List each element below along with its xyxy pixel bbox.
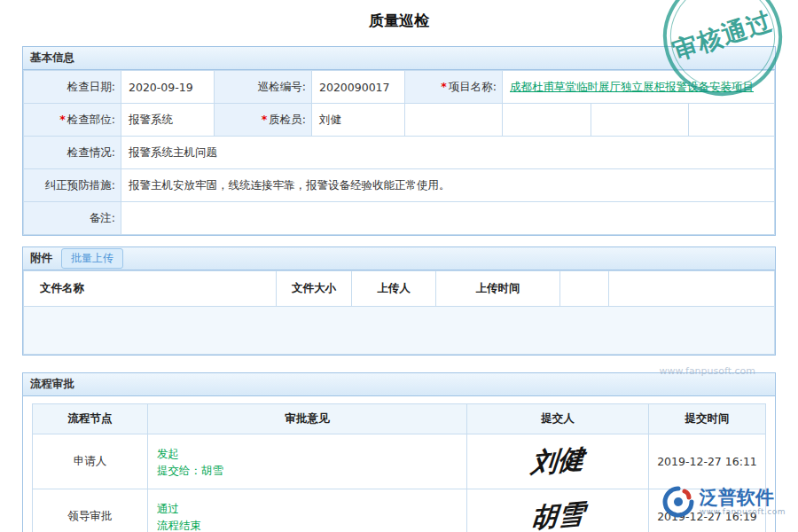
flow-node: 领导审批 bbox=[68, 509, 113, 522]
remark-value-cell bbox=[121, 202, 775, 235]
check-part-value-cell: 报警系统 bbox=[121, 104, 215, 137]
measures-label-cell: 纠正预防措施: bbox=[24, 169, 121, 202]
check-part-label-cell: *检查部位: bbox=[24, 104, 121, 137]
required-mark: * bbox=[262, 113, 268, 126]
inspect-no-label-cell: 巡检编号: bbox=[215, 71, 312, 104]
approval-table: 流程节点 审批意见 提交人 提交时间 申请人 发起 提交给：胡雪 刘健 2019… bbox=[32, 403, 766, 532]
measures-label: 纠正预防措施: bbox=[45, 178, 115, 192]
opinion-detail: 提交给：胡雪 bbox=[157, 462, 466, 479]
inspector-label-cell: *质检员: bbox=[215, 104, 312, 137]
empty-attachments-area bbox=[24, 307, 775, 355]
table-row: *检查部位: 报警系统 *质检员: 刘健 bbox=[24, 104, 775, 137]
opinion-cell: 通过 流程结束 bbox=[148, 489, 467, 532]
check-date-label: 检查日期: bbox=[67, 80, 115, 93]
basic-info-table: 检查日期: 2020-09-19 巡检编号: 2020090017 *项目名称:… bbox=[23, 70, 775, 235]
opinion-detail: 流程结束 bbox=[157, 517, 466, 532]
brand-icon bbox=[662, 486, 694, 518]
flow-node: 申请人 bbox=[74, 454, 107, 467]
opinion-action: 通过 bbox=[157, 500, 466, 517]
check-date-value: 2020-09-19 bbox=[129, 81, 193, 94]
inspect-no-value-cell: 2020090017 bbox=[312, 71, 405, 104]
empty-cell bbox=[405, 104, 503, 137]
batch-upload-button[interactable]: 批量上传 bbox=[61, 248, 123, 269]
flow-node-cell: 申请人 bbox=[33, 434, 148, 489]
check-date-label-cell: 检查日期: bbox=[24, 71, 121, 104]
brand-name: 泛普软件 bbox=[700, 488, 786, 507]
submitter-cell: 刘健 bbox=[467, 434, 649, 489]
attachments-section: 附件 批量上传 文件名称 文件大小 上传人 上传时间 bbox=[22, 246, 776, 356]
empty-cell bbox=[591, 104, 689, 137]
table-row: 备注: bbox=[24, 202, 775, 235]
approval-table-wrap: 流程节点 审批意见 提交人 提交时间 申请人 发起 提交给：胡雪 刘健 2019… bbox=[32, 403, 766, 532]
attachments-section-title: 附件 bbox=[30, 251, 52, 266]
required-mark: * bbox=[441, 80, 447, 93]
measures-value-cell: 报警主机安放牢固，线统连接牢靠，报警设备经验收能正常使用。 bbox=[121, 169, 775, 202]
col-file-name: 文件名称 bbox=[24, 271, 277, 307]
brand-logo: 泛普软件 www.fanpusoft.com bbox=[662, 486, 786, 518]
remark-label: 备注: bbox=[90, 211, 115, 224]
opinion-cell: 发起 提交给：胡雪 bbox=[148, 434, 467, 489]
col-file-size: 文件大小 bbox=[277, 271, 352, 307]
project-label: 项目名称: bbox=[449, 80, 497, 93]
inspector-value: 刘健 bbox=[319, 113, 341, 126]
table-header-row: 流程节点 审批意见 提交人 提交时间 bbox=[33, 404, 766, 434]
check-date-value-cell: 2020-09-19 bbox=[121, 71, 215, 104]
basic-info-section: 基本信息 检查日期: 2020-09-19 巡检编号: 2020090017 *… bbox=[22, 46, 776, 236]
empty-cell bbox=[689, 104, 775, 137]
measures-value: 报警主机安放牢固，线统连接牢靠，报警设备经验收能正常使用。 bbox=[129, 178, 450, 192]
situation-value-cell: 报警系统主机问题 bbox=[121, 137, 775, 169]
col-submitter: 提交人 bbox=[467, 404, 649, 434]
inspect-no-label: 巡检编号: bbox=[258, 80, 306, 93]
check-part-label: 检查部位: bbox=[67, 113, 115, 126]
col-uploader: 上传人 bbox=[352, 271, 436, 307]
situation-label: 检查情况: bbox=[67, 145, 115, 159]
submitter-signature: 胡雪 bbox=[529, 496, 585, 532]
situation-value: 报警系统主机问题 bbox=[129, 145, 217, 159]
flow-node-cell: 领导审批 bbox=[33, 489, 148, 532]
table-header-row: 文件名称 文件大小 上传人 上传时间 bbox=[24, 271, 775, 307]
brand-site: www.fanpusoft.com bbox=[700, 507, 786, 516]
required-mark: * bbox=[59, 113, 66, 126]
page-title: 质量巡检 bbox=[0, 0, 798, 31]
approval-row-leader: 领导审批 通过 流程结束 胡雪 2019-12-27 16:19 bbox=[33, 489, 766, 532]
page: 质量巡检 审核通过 基本信息 检查日期: 2020-09-19 巡检编号: 20… bbox=[0, 0, 798, 31]
project-value-cell: 成都杜甫草堂临时展厅独立展柜报警设备安装项目 bbox=[503, 71, 775, 104]
project-label-cell: *项目名称: bbox=[405, 71, 503, 104]
inspect-no-value: 2020090017 bbox=[319, 81, 390, 94]
empty-header-cell bbox=[560, 271, 609, 307]
submitter-signature: 刘健 bbox=[529, 441, 585, 482]
col-flow-node: 流程节点 bbox=[33, 404, 148, 434]
basic-info-section-title: 基本信息 bbox=[30, 51, 74, 66]
table-row: 检查情况: 报警系统主机问题 bbox=[24, 137, 775, 169]
col-submit-time: 提交时间 bbox=[649, 404, 766, 434]
approval-section-header: 流程审批 bbox=[23, 373, 775, 396]
col-approval-opinion: 审批意见 bbox=[148, 404, 467, 434]
approval-row-applicant: 申请人 发起 提交给：胡雪 刘健 2019-12-27 16:11 bbox=[33, 434, 766, 489]
remark-label-cell: 备注: bbox=[24, 202, 121, 235]
check-part-value: 报警系统 bbox=[129, 113, 173, 126]
approval-section-title: 流程审批 bbox=[30, 377, 74, 392]
table-row: 纠正预防措施: 报警主机安放牢固，线统连接牢靠，报警设备经验收能正常使用。 bbox=[24, 169, 775, 202]
project-name-link[interactable]: 成都杜甫草堂临时展厅独立展柜报警设备安装项目 bbox=[510, 80, 754, 93]
empty-cell bbox=[503, 104, 591, 137]
inspector-label: 质检员: bbox=[269, 113, 306, 126]
empty-table-body bbox=[24, 307, 775, 355]
table-row: 检查日期: 2020-09-19 巡检编号: 2020090017 *项目名称:… bbox=[24, 71, 775, 104]
inspector-value-cell: 刘健 bbox=[312, 104, 405, 137]
opinion-action: 发起 bbox=[157, 445, 466, 462]
submitter-cell: 胡雪 bbox=[467, 489, 649, 532]
basic-info-section-header: 基本信息 bbox=[23, 47, 775, 70]
col-upload-time: 上传时间 bbox=[436, 271, 560, 307]
brand-text-block: 泛普软件 www.fanpusoft.com bbox=[700, 488, 786, 516]
attachments-section-header: 附件 批量上传 bbox=[23, 247, 775, 270]
situation-label-cell: 检查情况: bbox=[24, 137, 121, 169]
attachments-table: 文件名称 文件大小 上传人 上传时间 bbox=[23, 270, 775, 355]
submit-time-cell: 2019-12-27 16:11 bbox=[649, 434, 766, 489]
empty-header-cell bbox=[609, 271, 775, 307]
